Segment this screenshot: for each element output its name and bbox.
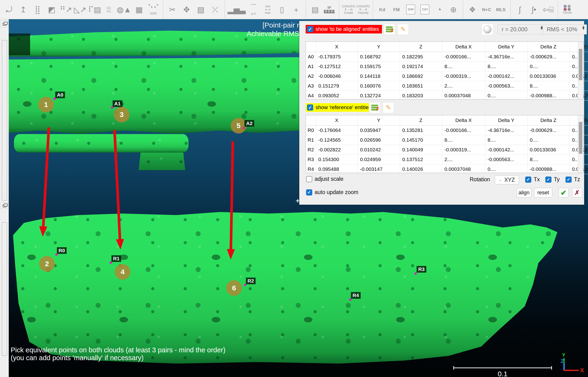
add-scalar-icon[interactable]: ＋ [290, 2, 303, 17]
value-cell: 0.026596 [358, 135, 400, 145]
reference-points-table[interactable]: XYZDelta XDelta YDelta ZErrorR0-0.176064… [306, 115, 588, 174]
table-row[interactable]: A2-0.0060460.1441180.186692-0.000319...-… [306, 71, 588, 81]
table-row[interactable]: R0-0.1760640.0359470.135281-0.000166...-… [306, 126, 588, 135]
canupo-create-icon[interactable]: CANUPO ⚘→% Create [342, 2, 355, 17]
toolbar-group: ✂✥▧⤫ [163, 1, 224, 18]
table-row[interactable]: A30.1512790.1600760.1836512....-0.000563… [306, 81, 588, 91]
pair-marker-circle[interactable]: 1 [38, 97, 54, 112]
pair-marker-circle[interactable]: 6 [226, 280, 242, 296]
auto-update-zoom-checkbox[interactable]: ✓ [306, 189, 312, 196]
show-aligned-checkbox[interactable]: ✓ [307, 26, 313, 32]
validate-button[interactable]: ✔ [559, 188, 569, 197]
table-row[interactable]: R40.095488-0.0031470.1400260.000370480..… [306, 165, 588, 174]
sf-colorbar-icon[interactable]: SF [323, 2, 336, 17]
status-line1: Pick equivalent points on both clouds (a… [11, 346, 226, 354]
value-cell: -0.000629... [527, 126, 569, 135]
cancel-button[interactable]: ✗ [572, 188, 582, 197]
ty-checkbox[interactable]: ✓ [545, 177, 552, 183]
radius-spinbox[interactable]: r = 20.000 ▲▼ [498, 24, 545, 35]
reference-cloud-board[interactable] [13, 211, 557, 365]
align-button[interactable]: align [517, 188, 531, 197]
histogram-icon[interactable]: ▂▅▃ [228, 2, 246, 17]
polyline-cut-icon[interactable]: ⤫ [209, 2, 221, 17]
ty-control[interactable]: ✓ Ty [545, 176, 560, 183]
edit-aligned-points-button[interactable]: ✎ [397, 24, 409, 35]
sphere-picking-button[interactable] [482, 24, 493, 35]
plugins-puzzle-icon[interactable]: ❖ [466, 2, 479, 17]
pair-marker-circle[interactable]: 4 [115, 264, 130, 280]
scrollbar-thumb[interactable] [579, 122, 582, 154]
cloud-cloud-distance-icon[interactable]: ⠛↗ [59, 2, 72, 17]
edit-reference-points-button[interactable]: ✎ [383, 102, 394, 113]
spinner-arrows-icon[interactable]: ▲▼ [582, 25, 585, 30]
cylinder-back-icon[interactable]: ⇦⌸ [542, 2, 554, 17]
aligned-points-table[interactable]: XYZDelta XDelta YDelta ZErrorA0-0.179375… [306, 42, 588, 101]
point-list-picking-icon[interactable]: ⠏▤ [88, 2, 101, 17]
translate-mode-icon[interactable]: ✥ [180, 2, 193, 17]
value-cell: 0.... [527, 62, 569, 71]
table-row[interactable]: R1-0.1245650.0265960.1451708....8....0..… [306, 135, 588, 145]
dock-float-button-bottom[interactable] [1, 202, 8, 209]
rotation-dropdown[interactable]: ⌄ XYZ [495, 175, 519, 184]
row-id-cell: R4 [306, 165, 316, 174]
interactive-transform-icon[interactable]: ⤾ [3, 2, 15, 17]
scrollbar-thumb[interactable] [579, 49, 582, 80]
pair-marker-circle[interactable]: 3 [114, 107, 129, 122]
spline-icon[interactable]: ʃ [513, 2, 526, 17]
sphere-views-icon[interactable]: ◔ [433, 2, 445, 17]
table-row[interactable]: R30.1543000.0249590.1375122....-0.000563… [306, 155, 588, 165]
dock-float-button-top[interactable] [1, 21, 8, 27]
pair-marker-circle[interactable]: 2 [39, 256, 55, 272]
aligned-cloud-tab[interactable] [139, 153, 185, 170]
pick-rotation-center-icon[interactable]: ↥ [17, 2, 30, 17]
value-cell: 8.... [442, 135, 485, 145]
scissors-segment-icon[interactable]: ✂ [166, 2, 179, 17]
spline-points-icon[interactable]: ʃ• [528, 2, 540, 17]
status-line2: (you can add points 'manually' if necess… [11, 354, 144, 362]
delete-scalar-icon[interactable]: ▯ [275, 2, 288, 17]
column-header: Z [400, 42, 442, 52]
canupo-classify-icon[interactable]: CANUPO ⚘→⚘ Classify [357, 2, 370, 17]
subsample-cloud-icon[interactable]: ⣿ [31, 2, 44, 17]
adjust-scale-checkbox[interactable] [306, 176, 312, 182]
train-classifier-icon[interactable]: TRAIN [561, 2, 574, 17]
adjust-scale-control[interactable]: adjust scale [306, 176, 343, 182]
gaussian-fit-icon[interactable]: ⌒μ,σ [247, 2, 260, 17]
rms-spinbox[interactable]: RMS < 10% ▲▼ [543, 24, 587, 35]
reference-table-scrollbar[interactable] [578, 115, 583, 173]
picked-point-dot [414, 272, 417, 275]
table-row[interactable]: A1-0.1275120.1591750.1921748....8....0..… [306, 62, 588, 71]
show-reference-checkbox[interactable]: ✓ [307, 104, 313, 111]
noise-checker-icon[interactable]: ▦ [133, 2, 146, 17]
auto-update-zoom-control[interactable]: ✓ auto update zoom [306, 189, 358, 196]
tx-control[interactable]: ✓ Tx [525, 176, 540, 183]
csv-file-icon[interactable]: CSV [418, 2, 431, 17]
primitive-factory-icon[interactable]: ◍▲ [117, 2, 131, 17]
cc-compare-icon[interactable]: CC CC [102, 2, 115, 17]
minmax-range-icon[interactable]: min ⇤⇥ max [261, 2, 274, 17]
table-row[interactable]: A0-0.1793750.1687920.182295-0.000166...-… [306, 52, 588, 62]
delete-reference-points-button[interactable]: ✗ [369, 102, 380, 113]
tz-checkbox[interactable]: ✓ [565, 177, 572, 183]
sample-mesh-icon[interactable]: ◩ [45, 2, 58, 17]
reset-button[interactable]: reset [534, 188, 552, 197]
cloud-mesh-distance-icon[interactable]: ◺↗ [74, 2, 87, 17]
globe-icon[interactable]: ⊕ [447, 2, 460, 17]
fm-icon[interactable]: FM [390, 2, 403, 17]
clipping-box-icon[interactable]: ▧ [194, 2, 207, 17]
tz-control[interactable]: ✓ Tz [565, 176, 580, 183]
kd-tree-icon[interactable]: Kd [376, 2, 389, 17]
aligned-table-scrollbar[interactable] [578, 42, 583, 99]
aligned-cloud-lip[interactable] [14, 134, 189, 153]
delete-aligned-points-button[interactable]: ✗ [384, 24, 395, 35]
table-row[interactable]: R2-0.0028220.0102420.140049-0.000319...-… [306, 145, 588, 155]
sor-filter-icon[interactable]: ⠑⠊SOR [147, 2, 160, 17]
tx-checkbox[interactable]: ✓ [525, 177, 531, 183]
normals-compute-icon[interactable]: N+C [480, 2, 493, 17]
aligned-cloud-board[interactable] [9, 57, 299, 134]
shp-file-icon[interactable]: SHP [404, 2, 417, 17]
pair-marker-circle[interactable]: 5 [231, 118, 246, 134]
sf-calculator-icon[interactable]: ▤ [309, 2, 321, 17]
table-row[interactable]: A40.0930520.1327240.1832030.000370480...… [306, 91, 588, 101]
mls-smoothing-icon[interactable]: MLS [494, 2, 507, 17]
